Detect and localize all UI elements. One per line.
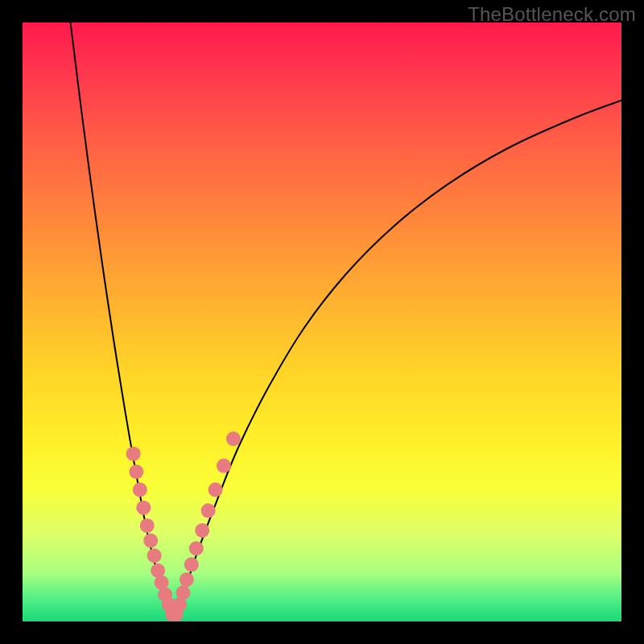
data-point [180, 572, 194, 587]
curve-right-branch [172, 101, 621, 621]
watermark-label: TheBottleneck.com [468, 3, 636, 26]
chart-overlay [23, 23, 621, 621]
data-point [175, 585, 190, 600]
data-point [133, 482, 147, 497]
dots-layer [126, 431, 241, 621]
plot-area [23, 23, 621, 621]
data-point [129, 464, 143, 479]
curve-layer [71, 23, 621, 621]
data-point [147, 548, 162, 563]
data-point [143, 534, 158, 548]
data-point [217, 459, 231, 473]
data-point [136, 501, 151, 515]
data-point [126, 447, 141, 461]
data-point [208, 482, 223, 497]
outer-frame: TheBottleneck.com [0, 0, 644, 644]
data-point [189, 541, 204, 555]
curve-left-branch [71, 23, 172, 621]
data-point [140, 518, 155, 533]
data-point [184, 557, 199, 572]
data-point [226, 431, 241, 446]
data-point [201, 503, 216, 518]
data-point [195, 523, 209, 538]
